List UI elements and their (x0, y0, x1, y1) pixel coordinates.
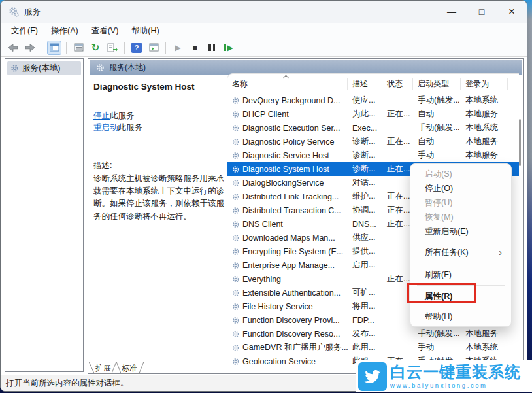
maximize-button[interactable]: □ (467, 1, 497, 23)
service-gear-icon (232, 111, 240, 118)
service-gear-icon (232, 124, 240, 132)
cell-status: 正在... (382, 163, 413, 175)
table-row[interactable]: Diagnostic Execution Ser... Exec... 手动(触… (227, 121, 519, 135)
service-detail-pane: Diagnostic System Host 停止此服务 重启动此服务 描述: … (93, 78, 225, 223)
table-row[interactable]: DHCP Client 为此... 正在... 自动 本地服务 (227, 107, 519, 121)
services-gear-icon (10, 64, 19, 73)
column-header-description[interactable]: 描述 (348, 78, 382, 90)
menu-action[interactable]: 操作(A) (44, 24, 85, 38)
service-gear-icon (232, 179, 240, 187)
list-scrollbar-thumb[interactable] (519, 119, 521, 166)
cell-description: 协调... (348, 205, 382, 216)
back-icon[interactable] (6, 41, 20, 55)
tree-item-services-local[interactable]: 服务(本地) (7, 61, 81, 75)
table-row[interactable]: Diagnostic Service Host 诊断... 手动 本地服务 (227, 148, 519, 162)
menu-separator (417, 307, 505, 307)
cell-logon-as: 本地服务 (461, 109, 508, 120)
show-console-tree-icon[interactable] (47, 41, 61, 55)
service-gear-icon (232, 193, 240, 201)
context-menu-item[interactable]: 帮助(H) (410, 309, 511, 324)
cell-status: 正在... (382, 136, 413, 147)
context-menu-item[interactable]: 暂停(U) (410, 196, 511, 210)
context-menu-item[interactable]: 重新启动(E) (410, 224, 511, 239)
tree-item-label: 服务(本地) (22, 63, 60, 74)
column-header-logon-as[interactable]: 登录为 (461, 78, 508, 90)
cell-description: 诊断... (348, 136, 382, 147)
forward-icon[interactable] (23, 41, 37, 55)
refresh-icon[interactable]: ↻ (88, 41, 103, 55)
properties-icon[interactable] (71, 41, 86, 55)
menu-view[interactable]: 查看(V) (85, 24, 125, 38)
service-gear-icon (232, 97, 240, 105)
cell-name: DHCP Client (227, 110, 348, 119)
restart-service-icon[interactable]: ▶ (222, 41, 236, 55)
tab-extended[interactable]: 扩展 (95, 363, 111, 374)
highlight-annotation-box (407, 283, 476, 303)
menu-item-label: 重新启动(E) (425, 226, 469, 237)
table-row[interactable]: Diagnostic Policy Service 诊断... 正在... 自动… (227, 135, 519, 148)
console-tree-panel: 服务(本地) (5, 58, 84, 372)
export-list-icon[interactable] (105, 41, 120, 55)
context-menu-item[interactable]: 停止(O) (410, 181, 511, 196)
cell-name: Function Discovery Reso... (227, 330, 348, 339)
minimize-button[interactable]: — (437, 1, 467, 23)
bird-logo-icon (358, 362, 387, 391)
service-gear-icon (232, 275, 240, 283)
cell-status: 正在... (382, 191, 413, 202)
cell-name: Downloaded Maps Man... (227, 233, 348, 243)
column-header-startup-type[interactable]: 启动类型 (413, 78, 461, 90)
service-gear-icon (232, 289, 240, 297)
table-row[interactable]: DevQuery Background D... 使应... 手动(触发... … (227, 94, 519, 107)
cell-startup-type: 手动 (413, 150, 461, 161)
cell-logon-as: 本地服务 (461, 136, 508, 147)
start-service-icon[interactable]: ▶ (171, 41, 185, 55)
cell-description: 启用... (348, 260, 382, 271)
stop-service-icon[interactable]: ■ (188, 41, 202, 55)
cell-name: GameDVR 和广播用户服务... (227, 342, 348, 353)
cell-name: Extensible Authentication... (227, 288, 348, 298)
cell-description: 提供... (348, 246, 382, 257)
cell-name: Diagnostic System Host (227, 165, 348, 174)
restart-service-link[interactable]: 重启动 (93, 123, 118, 132)
close-button[interactable]: × (497, 1, 527, 23)
cell-description: 发布... (348, 328, 382, 339)
cell-name: Diagnostic Service Host (227, 151, 348, 160)
table-row[interactable]: GameDVR 和广播用户服务... 此用... 手动 本地系统 (227, 341, 519, 354)
context-menu-item[interactable]: 启动(S) (410, 167, 511, 181)
cell-name: Encrypting File System (E... (227, 247, 348, 256)
show-description-pane-icon[interactable] (146, 41, 161, 55)
restart-service-suffix: 此服务 (118, 123, 143, 132)
cell-logon-as: 本地系统 (461, 342, 508, 353)
menu-file[interactable]: 文件(F) (5, 24, 44, 38)
menu-help[interactable]: 帮助(H) (125, 24, 165, 38)
cell-description: 诊断... (348, 163, 382, 175)
service-gear-icon (232, 303, 240, 311)
tab-standard[interactable]: 标准 (122, 363, 137, 374)
stop-service-link[interactable]: 停止 (93, 111, 110, 120)
watermark: 白云一键重装系统 www.baiyunxitong.com (356, 360, 532, 392)
context-menu-item[interactable]: 恢复(M) (410, 210, 511, 224)
toolbar-separator (165, 42, 166, 54)
cell-startup-type: 手动 (413, 342, 461, 353)
context-menu-item[interactable]: 刷新(F) (410, 266, 511, 283)
service-gear-icon (232, 152, 240, 160)
service-gear-icon (232, 220, 240, 228)
column-header-status[interactable]: 状态 (382, 78, 413, 90)
stop-service-line: 停止此服务 (93, 110, 225, 122)
service-gear-icon (232, 234, 240, 242)
help-icon[interactable]: ? (129, 41, 144, 55)
cell-description: DNS... (348, 220, 382, 229)
table-row[interactable]: Function Discovery Reso... 发布... 手动(触发..… (227, 327, 519, 341)
stop-service-suffix: 此服务 (110, 111, 135, 120)
pause-service-icon[interactable] (205, 41, 219, 55)
context-menu-item[interactable]: 所有任务(K) › (410, 243, 511, 262)
pane-header-band: 服务(本地) (90, 60, 522, 75)
cell-description: 供应... (348, 232, 382, 243)
cell-startup-type: 手动(触发... (413, 122, 461, 133)
title-bar[interactable]: 服务 — □ × (1, 1, 527, 23)
cell-name: Everything (227, 275, 348, 284)
watermark-url: www.baiyunxitong.com (390, 382, 521, 389)
cell-description: 为此... (348, 109, 382, 120)
cell-name: Diagnostic Policy Service (227, 137, 348, 146)
column-header-filler (508, 78, 519, 90)
